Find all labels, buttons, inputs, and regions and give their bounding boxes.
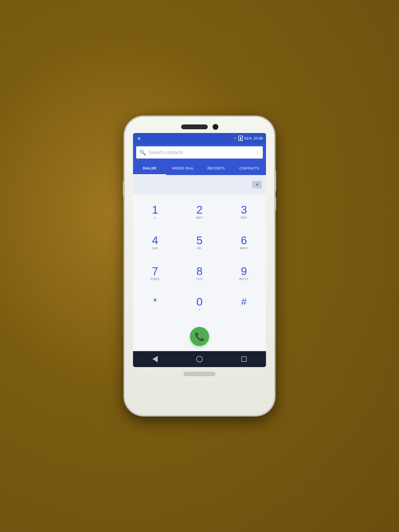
status-bar-left: ⊠ <box>136 136 142 141</box>
key-1-letters: ∞ <box>154 216 156 220</box>
tab-bar: DIALER SPEED DIAL RECENTS CONTACTS <box>133 161 266 175</box>
earpiece <box>181 124 208 129</box>
key-7-letters: PQRS <box>150 277 160 281</box>
key-8[interactable]: 8 TUV <box>177 258 222 289</box>
search-bar-container: 🔍 Search contacts ⋮ <box>133 144 266 161</box>
key-9[interactable]: 9 WXYZ <box>222 258 266 289</box>
key-2[interactable]: 2 ABC <box>177 197 222 227</box>
key-3-letters: DEF <box>241 216 247 220</box>
key-5-letters: JKL <box>197 247 202 250</box>
key-5-number: 5 <box>196 235 202 246</box>
key-hash[interactable]: # <box>222 289 266 319</box>
key-6[interactable]: 6 MNO <box>222 227 266 258</box>
key-6-letters: MNO <box>240 247 248 250</box>
tab-contacts[interactable]: CONTACTS <box>233 161 266 175</box>
key-star-number: * <box>153 297 157 307</box>
key-4-letters: GHI <box>152 247 158 250</box>
key-7[interactable]: 7 PQRS <box>133 258 177 289</box>
dialer-area: ✕ 1 ∞ 2 ABC 3 DEF 4 GHI <box>133 175 266 351</box>
tab-dialer[interactable]: DIALER <box>133 161 166 175</box>
call-icon: 📞 <box>195 332 205 341</box>
status-bar-right: ✕ ▮ 91% 20:08 <box>234 136 263 141</box>
nav-home-button[interactable] <box>193 352 206 366</box>
screen: ⊠ ✕ ▮ 91% 20:08 🔍 Search contacts ⋮ DIAL… <box>133 133 266 367</box>
tab-speed-dial[interactable]: SPEED DIAL <box>166 161 200 175</box>
side-button-volume[interactable] <box>123 181 124 197</box>
key-9-letters: WXYZ <box>239 277 249 281</box>
nav-bar <box>133 351 266 367</box>
key-0[interactable]: 0 + <box>177 289 222 319</box>
key-8-letters: TUV <box>196 277 203 281</box>
notification-icon: ⊠ <box>136 136 142 141</box>
key-3-number: 3 <box>241 204 247 215</box>
key-hash-number: # <box>241 297 247 307</box>
key-9-number: 9 <box>241 266 247 277</box>
back-icon <box>152 356 158 362</box>
call-area: 📞 <box>133 322 266 351</box>
search-icon: 🔍 <box>139 149 146 156</box>
phone-outer: ⊠ ✕ ▮ 91% 20:08 🔍 Search contacts ⋮ DIAL… <box>125 117 274 415</box>
key-5[interactable]: 5 JKL <box>177 227 222 258</box>
status-bar: ⊠ ✕ ▮ 91% 20:08 <box>133 133 266 144</box>
key-6-number: 6 <box>241 235 247 246</box>
time-display: 20:08 <box>253 136 263 140</box>
phone-bottom <box>130 372 269 376</box>
battery-percent: 91% <box>244 136 252 140</box>
home-icon <box>196 356 203 362</box>
home-button-hardware[interactable] <box>184 372 215 376</box>
key-4-number: 4 <box>152 235 158 246</box>
nav-back-button[interactable] <box>148 352 162 366</box>
display-area: ✕ <box>133 175 266 194</box>
key-star[interactable]: * <box>133 289 177 319</box>
backspace-icon: ✕ <box>256 183 259 187</box>
key-8-number: 8 <box>196 266 202 277</box>
nav-recent-button[interactable] <box>237 352 251 366</box>
key-3[interactable]: 3 DEF <box>222 197 266 227</box>
search-bar[interactable]: 🔍 Search contacts ⋮ <box>136 146 263 159</box>
signal-icon: ✕ <box>234 136 237 140</box>
key-1-number: 1 <box>152 204 158 215</box>
key-7-number: 7 <box>152 266 158 277</box>
search-placeholder-text: Search contacts <box>149 150 252 155</box>
recent-icon <box>241 356 247 362</box>
side-button-camera[interactable] <box>275 197 276 210</box>
call-button[interactable]: 📞 <box>190 327 209 346</box>
key-0-letters: + <box>198 308 200 312</box>
key-0-number: 0 <box>196 296 202 307</box>
more-options-icon[interactable]: ⋮ <box>255 149 260 156</box>
key-2-letters: ABC <box>196 216 203 220</box>
backspace-button[interactable]: ✕ <box>252 181 262 188</box>
front-camera <box>213 124 218 129</box>
key-2-number: 2 <box>196 204 202 215</box>
key-4[interactable]: 4 GHI <box>133 227 177 258</box>
side-button-power[interactable] <box>275 170 276 192</box>
keypad: 1 ∞ 2 ABC 3 DEF 4 GHI 5 JKL <box>133 194 266 322</box>
key-1[interactable]: 1 ∞ <box>133 197 177 227</box>
phone-top-hardware <box>130 124 269 129</box>
battery-icon: ▮ <box>238 136 243 141</box>
tab-recents[interactable]: RECENTS <box>200 161 233 175</box>
